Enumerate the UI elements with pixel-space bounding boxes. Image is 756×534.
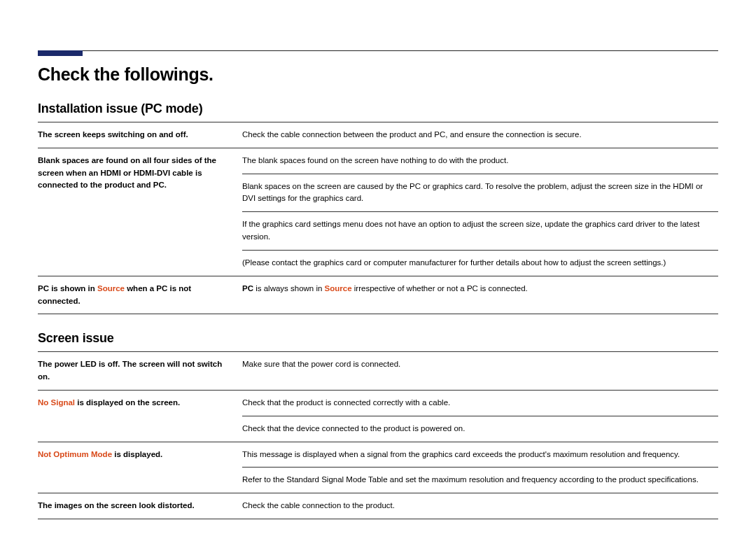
header-rule <box>38 50 718 51</box>
table-row: The images on the screen look distorted.… <box>38 493 718 519</box>
issue-solution: This message is displayed when a signal … <box>242 442 718 493</box>
screen-table: The power LED is off. The screen will no… <box>38 351 718 519</box>
issue-label: The screen keeps switching on and off. <box>38 122 242 148</box>
page-content: Check the followings. Installation issue… <box>38 64 718 519</box>
issue-label: The images on the screen look distorted. <box>38 493 242 519</box>
solution-line: If the graphics card settings menu does … <box>242 211 718 244</box>
table-row: PC is shown in Source when a PC is not c… <box>38 276 718 314</box>
issue-label: Not Optimum Mode is displayed. <box>38 442 242 493</box>
table-row: Blank spaces are found on all four sides… <box>38 148 718 276</box>
table-row: No Signal is displayed on the screen. Ch… <box>38 390 718 442</box>
solution-line: Check that the product is connected corr… <box>242 397 718 409</box>
issue-solution: Check the cable connection to the produc… <box>242 493 718 519</box>
issue-label: No Signal is displayed on the screen. <box>38 390 242 442</box>
solution-line: The blank spaces found on the screen hav… <box>242 155 718 167</box>
solution-line: (Please contact the graphics card or com… <box>242 250 718 269</box>
issue-label: PC is shown in Source when a PC is not c… <box>38 276 242 314</box>
solution-line: Blank spaces on the screen are caused by… <box>242 174 718 206</box>
solution-line: Check that the device connected to the p… <box>242 416 718 435</box>
issue-solution: The blank spaces found on the screen hav… <box>242 148 718 276</box>
solution-line: This message is displayed when a signal … <box>242 449 718 461</box>
issue-label: The power LED is off. The screen will no… <box>38 352 242 391</box>
issue-solution: Check that the product is connected corr… <box>242 390 718 442</box>
issue-solution: PC is always shown in Source irrespectiv… <box>242 276 718 314</box>
table-row: Not Optimum Mode is displayed. This mess… <box>38 442 718 493</box>
section-heading-screen: Screen issue <box>38 331 718 346</box>
issue-solution: Make sure that the power cord is connect… <box>242 352 718 391</box>
issue-label: Blank spaces are found on all four sides… <box>38 148 242 276</box>
issue-solution: Check the cable connection between the p… <box>242 122 718 148</box>
table-row: The power LED is off. The screen will no… <box>38 352 718 391</box>
header-tab-mark <box>38 50 83 56</box>
section-heading-installation: Installation issue (PC mode) <box>38 101 718 116</box>
table-row: The screen keeps switching on and off. C… <box>38 122 718 148</box>
installation-table: The screen keeps switching on and off. C… <box>38 122 718 314</box>
page-title: Check the followings. <box>38 64 718 85</box>
solution-line: Refer to the Standard Signal Mode Table … <box>242 467 718 486</box>
